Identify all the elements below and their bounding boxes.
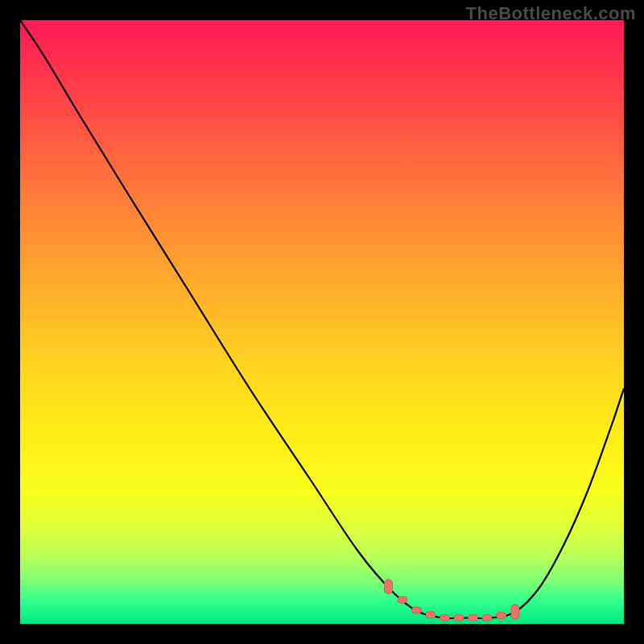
bottleneck-curve-path <box>20 20 624 618</box>
bottleneck-curve-svg <box>20 20 624 624</box>
highlight-dash-marker <box>398 597 407 603</box>
highlight-markers <box>385 580 520 621</box>
highlight-dash-marker <box>440 615 450 621</box>
highlight-dash-marker <box>454 615 464 621</box>
highlight-end-marker <box>511 605 519 619</box>
highlight-dash-marker <box>469 615 478 621</box>
highlight-dash-marker <box>426 612 436 618</box>
watermark-text: TheBottleneck.com <box>466 3 636 24</box>
highlight-dash-marker <box>412 607 422 613</box>
chart-frame: TheBottleneck.com <box>0 0 644 644</box>
highlight-dash-marker <box>482 615 492 621</box>
highlight-dash-marker <box>497 612 506 618</box>
highlight-end-marker <box>385 580 393 594</box>
plot-area <box>20 20 624 624</box>
